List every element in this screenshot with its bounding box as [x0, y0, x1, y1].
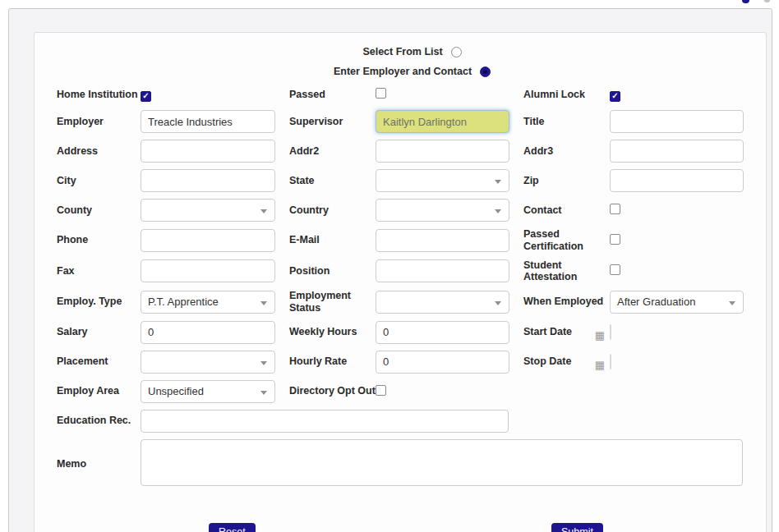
supervisor-input[interactable]	[376, 110, 509, 133]
form-row: Employer Supervisor Title	[57, 110, 766, 133]
form-row: County Country Contact	[57, 199, 766, 222]
passed-checkbox[interactable]	[376, 88, 386, 99]
chevron-down-icon	[260, 209, 267, 213]
email-input[interactable]	[376, 229, 509, 252]
employ-area-select[interactable]: Unspecified	[141, 380, 275, 403]
employer-input[interactable]	[141, 110, 275, 133]
chevron-down-icon	[260, 361, 267, 365]
page: Select From List Enter Employer and Cont…	[0, 0, 779, 532]
form-row: Employ. Type P.T. Apprentice Employment …	[57, 290, 766, 314]
calendar-icon: ▦	[595, 330, 605, 341]
fax-input[interactable]	[141, 259, 275, 282]
phone-label: Phone	[57, 234, 141, 246]
form-row: Employ Area Unspecified Directory Opt Ou…	[57, 380, 766, 403]
county-label: County	[57, 204, 141, 217]
reset-button[interactable]: Reset	[209, 523, 256, 532]
weekly-hours-input[interactable]	[376, 321, 509, 344]
employ-type-select[interactable]: P.T. Apprentice	[141, 291, 275, 314]
help-icon-partial[interactable]	[742, 0, 749, 3]
hourly-rate-label: Hourly Rate	[289, 355, 376, 368]
city-input[interactable]	[141, 169, 275, 192]
form-row: Address Addr2 Addr3	[57, 140, 766, 163]
addr3-input[interactable]	[610, 140, 744, 163]
enter-employer-radio[interactable]	[480, 66, 491, 77]
supervisor-label: Supervisor	[289, 116, 376, 128]
salary-label: Salary	[57, 326, 141, 338]
employment-form: Select From List Enter Employer and Cont…	[35, 33, 766, 532]
state-label: State	[289, 175, 376, 187]
position-input[interactable]	[376, 259, 509, 282]
when-employed-label: When Employed	[523, 296, 610, 308]
check-icon: ✓	[611, 92, 618, 100]
select-from-list-radio[interactable]	[451, 47, 462, 57]
form-row: Salary Weekly Hours Start Date ▦	[57, 321, 766, 344]
county-select[interactable]	[141, 199, 275, 222]
education-rec-label: Education Rec.	[57, 415, 141, 427]
education-rec-input[interactable]	[141, 410, 509, 433]
title-input[interactable]	[610, 110, 744, 133]
start-date-input[interactable]: ▦	[610, 324, 611, 340]
address-label: Address	[57, 145, 141, 158]
chevron-down-icon	[260, 301, 267, 305]
fax-label: Fax	[57, 265, 141, 277]
title-label: Title	[523, 116, 610, 128]
addr3-label: Addr3	[523, 145, 610, 158]
weekly-hours-label: Weekly Hours	[289, 326, 376, 338]
state-select[interactable]	[376, 169, 509, 192]
form-row: Education Rec.	[57, 410, 766, 433]
form-card: Select From List Enter Employer and Cont…	[34, 32, 767, 532]
enter-employer-label: Enter Employer and Contact	[334, 66, 472, 77]
country-label: Country	[289, 204, 376, 217]
salary-input[interactable]	[141, 321, 275, 344]
memo-label: Memo	[57, 458, 141, 470]
position-label: Position	[289, 265, 376, 277]
chevron-down-icon	[729, 301, 735, 305]
decorative-mark	[764, 0, 770, 2]
hourly-rate-input[interactable]	[376, 351, 509, 374]
city-label: City	[57, 175, 141, 187]
country-select[interactable]	[376, 199, 509, 222]
form-row: City State Zip	[57, 169, 766, 192]
check-icon: ✓	[142, 92, 149, 100]
zip-input[interactable]	[610, 169, 744, 192]
when-employed-select[interactable]: After Graduation	[610, 291, 744, 314]
alumni-lock-checkbox[interactable]: ✓	[610, 91, 620, 102]
addr2-input[interactable]	[376, 140, 509, 163]
passed-label: Passed	[289, 89, 376, 101]
addr2-label: Addr2	[289, 145, 376, 158]
memo-textarea[interactable]	[141, 439, 743, 486]
phone-input[interactable]	[141, 229, 275, 252]
passed-certification-label: Passed Certification	[523, 228, 610, 253]
form-row: Placement Hourly Rate Stop Date ▦	[57, 351, 766, 374]
employer-label: Employer	[57, 116, 141, 128]
calendar-icon: ▦	[595, 360, 605, 370]
form-row: Memo	[57, 439, 766, 489]
submit-button[interactable]: Submit	[551, 523, 603, 532]
address-input[interactable]	[141, 140, 275, 163]
stop-date-input[interactable]: ▦	[610, 354, 611, 369]
home-institution-label: Home Institution	[57, 89, 141, 101]
alumni-lock-label: Alumni Lock	[523, 89, 610, 101]
student-attestation-checkbox[interactable]	[610, 264, 620, 275]
directory-opt-out-checkbox[interactable]	[376, 385, 386, 396]
chevron-down-icon	[260, 391, 267, 395]
placement-select[interactable]	[141, 351, 275, 374]
button-row: Reset Submit	[57, 523, 767, 532]
employ-area-label: Employ Area	[57, 385, 141, 397]
outer-panel: Select From List Enter Employer and Cont…	[8, 8, 772, 532]
employment-status-select[interactable]	[376, 291, 509, 314]
select-from-list-label: Select From List	[362, 46, 442, 57]
passed-certification-checkbox[interactable]	[610, 234, 620, 245]
employment-status-label: Employment Status	[289, 290, 376, 314]
zip-label: Zip	[523, 175, 610, 187]
home-institution-checkbox[interactable]: ✓	[141, 91, 151, 102]
form-row: Home Institution ✓ Passed Alumni Lock ✓	[57, 87, 766, 102]
chevron-down-icon	[495, 301, 501, 305]
email-label: E-Mail	[289, 234, 376, 246]
employ-type-label: Employ. Type	[57, 296, 141, 308]
contact-label: Contact	[523, 204, 610, 217]
directory-opt-out-label: Directory Opt Out	[289, 385, 376, 397]
contact-checkbox[interactable]	[610, 204, 620, 214]
placement-label: Placement	[57, 355, 141, 368]
student-attestation-label: Student Attestation	[523, 259, 610, 284]
